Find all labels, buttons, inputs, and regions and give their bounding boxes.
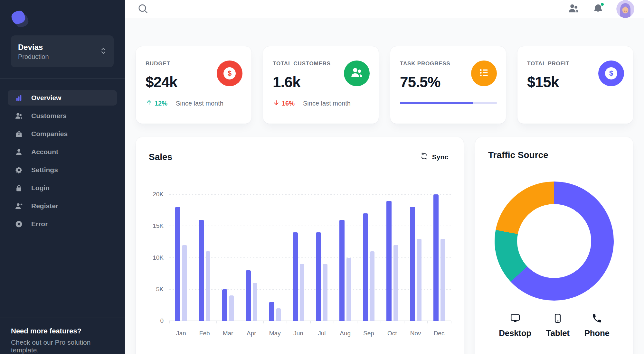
x-axis-tick — [169, 321, 170, 323]
workspace-name: Devias — [18, 42, 100, 52]
x-axis-tick — [427, 321, 428, 323]
list-bullets-icon — [478, 66, 490, 80]
sidebar-item-settings[interactable]: Settings — [8, 162, 117, 178]
sidebar-item-register[interactable]: Register — [8, 198, 117, 214]
search-icon — [137, 3, 148, 15]
x-tick-label: Sep — [357, 330, 381, 337]
bar-last-year — [182, 245, 187, 321]
notification-badge — [600, 2, 604, 6]
x-tick-label: Apr — [240, 330, 263, 337]
chart-bar-icon — [15, 94, 23, 102]
x-axis-tick — [287, 321, 287, 323]
bar-group — [404, 194, 427, 321]
sidebar-item-account[interactable]: Account — [8, 144, 117, 160]
desktop-icon — [510, 313, 521, 325]
logo[interactable] — [0, 0, 125, 30]
traffic-donut — [495, 182, 614, 301]
legend-label: Phone — [584, 328, 610, 338]
legend-item-phone: Phone — [584, 313, 610, 338]
user-plus-icon — [15, 202, 23, 210]
x-tick-label: Feb — [193, 330, 216, 337]
sidebar-item-label: Customers — [31, 112, 67, 120]
users-icon — [350, 66, 363, 80]
stat-icon-circle: $ — [217, 61, 242, 86]
x-tick-label: Aug — [334, 330, 357, 337]
bar-group — [334, 194, 357, 321]
x-tick-label: Jan — [169, 330, 193, 337]
user-icon — [15, 148, 23, 156]
sidebar-footer-title: Need more features? — [11, 327, 114, 335]
arrow-up-icon — [146, 99, 153, 108]
bar-last-year — [323, 264, 327, 321]
x-tick-label: Jun — [287, 330, 310, 337]
bar-last-year — [417, 239, 421, 321]
sidebar-item-login[interactable]: Login — [8, 180, 117, 196]
sidebar-item-companies[interactable]: Companies — [8, 126, 117, 142]
x-axis-tick — [216, 321, 217, 323]
trend-value: 12% — [155, 100, 167, 107]
trend-caption: Since last month — [176, 100, 223, 107]
x-axis-tick — [451, 321, 451, 323]
bar-this-year — [293, 232, 298, 321]
bar-this-year — [222, 289, 227, 321]
bar-group — [263, 194, 287, 321]
bar-last-year — [276, 308, 281, 321]
bar-group — [193, 194, 216, 321]
y-tick-label: 0 — [160, 317, 164, 324]
sync-icon — [420, 152, 428, 162]
bar-last-year — [440, 239, 445, 321]
sidebar-item-overview[interactable]: Overview — [8, 90, 117, 106]
bar-group — [169, 194, 193, 321]
bar-group — [240, 194, 263, 321]
stat-card-total-profit: TOTAL PROFIT $15k $ — [517, 46, 633, 124]
shopping-bag-icon — [15, 130, 23, 138]
y-tick-label: 15K — [153, 222, 164, 229]
workspace-environment: Production — [18, 53, 100, 61]
phone-icon — [592, 313, 602, 325]
x-axis-tick — [240, 321, 241, 323]
bar-this-year — [363, 213, 368, 321]
sidebar-item-label: Companies — [31, 130, 68, 138]
contacts-button[interactable] — [565, 1, 582, 17]
bar-this-year — [199, 220, 204, 321]
bar-last-year — [300, 264, 304, 321]
workspace-selector[interactable]: Devias Production — [11, 35, 114, 67]
stat-icon-circle: $ — [598, 61, 624, 86]
x-tick-label: Jul — [310, 330, 334, 337]
sidebar-item-label: Overview — [31, 94, 61, 102]
x-axis-tick — [334, 321, 334, 323]
chevron-updown-icon — [100, 47, 107, 56]
bar-last-year — [253, 283, 257, 321]
sidebar-item-label: Login — [31, 184, 50, 192]
trend-caption: Since last month — [303, 100, 351, 107]
sync-button[interactable]: Sync — [417, 150, 451, 164]
stat-card-budget: BUDGET $24k $ 12% Since last month — [136, 46, 251, 124]
legend-item-desktop: Desktop — [499, 313, 531, 338]
bar-group — [216, 194, 240, 321]
sales-title: Sales — [149, 152, 172, 162]
users-icon — [15, 112, 23, 120]
bar-group — [380, 194, 404, 321]
bar-this-year — [269, 302, 274, 321]
trend-value: 16% — [282, 100, 295, 107]
x-axis-tick — [310, 321, 311, 323]
arrow-down-icon — [273, 99, 280, 108]
bar-group — [357, 194, 381, 321]
notifications-button[interactable] — [590, 1, 606, 17]
sidebar-item-label: Settings — [31, 166, 58, 174]
bar-this-year — [339, 220, 345, 321]
x-tick-label: Nov — [404, 330, 427, 337]
search-button[interactable] — [135, 1, 151, 17]
y-tick-label: 10K — [153, 254, 164, 261]
users-icon — [568, 3, 579, 15]
legend-item-tablet: Tablet — [546, 313, 570, 338]
sidebar-item-customers[interactable]: Customers — [8, 108, 117, 124]
sidebar-item-error[interactable]: Error — [8, 216, 117, 232]
sales-card: Sales Sync 20K15K10K5K0 — [136, 137, 464, 354]
dollar-icon: $ — [223, 67, 236, 79]
stats-row: BUDGET $24k $ 12% Since last month TOT — [136, 46, 633, 124]
avatar[interactable] — [616, 0, 634, 18]
sidebar-footer: Need more features? Check out our Pro so… — [0, 318, 125, 354]
x-tick-label: Mar — [216, 330, 240, 337]
legend-label: Desktop — [499, 328, 531, 338]
